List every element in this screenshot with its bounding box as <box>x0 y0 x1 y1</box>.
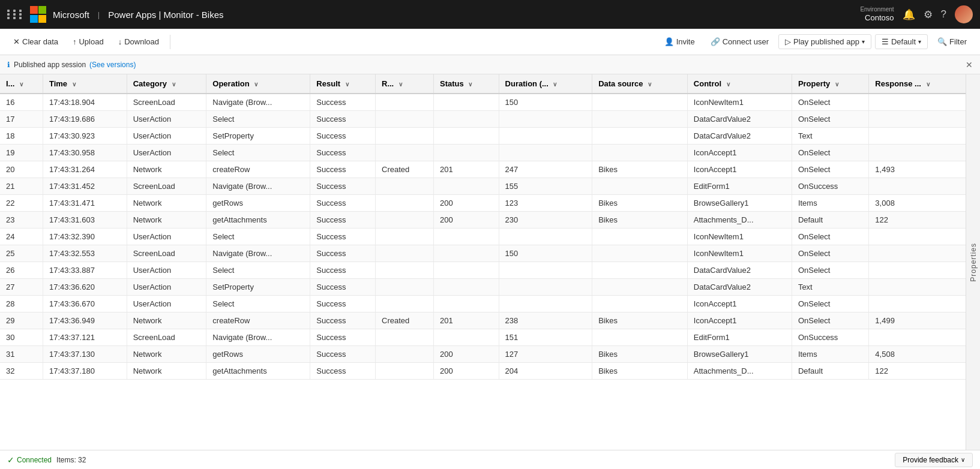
cell-result: Success <box>310 145 376 161</box>
cell-time: 17:43:37.130 <box>43 346 127 363</box>
cell-id: 20 <box>0 161 43 178</box>
clear-data-button[interactable]: ✕ Clear data <box>7 35 64 49</box>
table-row[interactable]: 2017:43:31.264NetworkcreateRowSuccessCre… <box>0 161 966 178</box>
table-row[interactable]: 2717:43:36.620UserActionSetPropertySucce… <box>0 279 966 296</box>
table-row[interactable]: 1817:43:30.923UserActionSetPropertySucce… <box>0 128 966 145</box>
cell-property: OnSelect <box>792 262 868 279</box>
cell-response: 122 <box>869 363 966 380</box>
col-header-r[interactable]: R... ∨ <box>376 74 434 94</box>
table-row[interactable]: 2117:43:31.452ScreenLoadNavigate (Brow..… <box>0 178 966 195</box>
cell-r <box>376 229 434 245</box>
table-row[interactable]: 3017:43:37.121ScreenLoadNavigate (Brow..… <box>0 329 966 346</box>
see-versions-link[interactable]: (See versions) <box>89 61 136 69</box>
col-header-control[interactable]: Control ∨ <box>687 74 792 94</box>
table-row[interactable]: 2517:43:32.553ScreenLoadNavigate (Brow..… <box>0 245 966 262</box>
cell-datasource <box>592 94 688 111</box>
filter-button[interactable]: 🔍 Filter <box>931 35 973 49</box>
cell-control: Attachments_D... <box>687 363 792 380</box>
cell-duration: 238 <box>499 312 592 329</box>
cell-result: Success <box>310 329 376 346</box>
cell-category: UserAction <box>127 111 206 128</box>
cell-duration <box>499 145 592 161</box>
upload-button[interactable]: ↑ Upload <box>67 35 110 49</box>
table-scroll-area[interactable]: I... ∨ Time ∨ Category ∨ Operation ∨ Res… <box>0 74 966 450</box>
cell-id: 24 <box>0 229 43 245</box>
default-lines-icon: ☰ <box>882 37 889 46</box>
table-row[interactable]: 3117:43:37.130NetworkgetRowsSuccess20012… <box>0 346 966 363</box>
cell-operation: getRows <box>206 195 310 212</box>
table-row[interactable]: 2817:43:36.670UserActionSelectSuccessIco… <box>0 296 966 312</box>
table-row[interactable]: 2317:43:31.603NetworkgetAttachmentsSucce… <box>0 212 966 229</box>
cell-datasource <box>592 245 688 262</box>
table-row[interactable]: 1717:43:19.686UserActionSelectSuccessDat… <box>0 111 966 128</box>
col-header-operation[interactable]: Operation ∨ <box>206 74 310 94</box>
invite-button[interactable]: 👤 Invite <box>658 35 701 49</box>
cell-response <box>869 229 966 245</box>
cell-status <box>433 94 499 111</box>
apps-grid-icon[interactable] <box>7 10 24 19</box>
cell-response: 3,008 <box>869 195 966 212</box>
cell-status: 200 <box>433 363 499 380</box>
infobar-close-button[interactable]: ✕ <box>966 60 973 70</box>
title-separator: | <box>98 10 100 19</box>
col-header-time[interactable]: Time ∨ <box>43 74 127 94</box>
table-row[interactable]: 2617:43:33.887UserActionSelectSuccessDat… <box>0 262 966 279</box>
cell-time: 17:43:37.180 <box>43 363 127 380</box>
connect-user-label: Connect user <box>723 37 769 46</box>
settings-icon[interactable]: ⚙ <box>924 8 933 21</box>
connected-icon: ✓ <box>7 455 14 465</box>
cell-id: 30 <box>0 329 43 346</box>
col-header-duration[interactable]: Duration (... ∨ <box>499 74 592 94</box>
app-title: Power Apps | Monitor - Bikes <box>108 10 223 20</box>
avatar[interactable] <box>955 5 973 23</box>
environment-info: Environment Contoso <box>860 6 894 23</box>
cell-id: 31 <box>0 346 43 363</box>
cell-category: ScreenLoad <box>127 245 206 262</box>
cell-time: 17:43:19.686 <box>43 111 127 128</box>
col-header-result[interactable]: Result ∨ <box>310 74 376 94</box>
download-button[interactable]: ↓ Download <box>112 35 165 49</box>
cell-result: Success <box>310 296 376 312</box>
notification-icon[interactable]: 🔔 <box>903 8 915 21</box>
col-header-datasource[interactable]: Data source ∨ <box>592 74 688 94</box>
cell-result: Success <box>310 128 376 145</box>
cell-id: 18 <box>0 128 43 145</box>
cell-result: Success <box>310 161 376 178</box>
feedback-chevron-icon: ∨ <box>961 456 965 463</box>
cell-status <box>433 178 499 195</box>
cell-operation: SetProperty <box>206 279 310 296</box>
properties-panel-toggle[interactable]: Properties <box>966 74 980 450</box>
table-row[interactable]: 1917:43:30.958UserActionSelectSuccessIco… <box>0 145 966 161</box>
table-row[interactable]: 1617:43:18.904ScreenLoadNavigate (Brow..… <box>0 94 966 111</box>
cell-category: Network <box>127 161 206 178</box>
statusbar: ✓ Connected Items: 32 Provide feedback ∨ <box>0 450 980 469</box>
col-header-id[interactable]: I... ∨ <box>0 74 43 94</box>
cell-response <box>869 128 966 145</box>
col-header-response[interactable]: Response ... ∨ <box>869 74 966 94</box>
table-row[interactable]: 2417:43:32.390UserActionSelectSuccessIco… <box>0 229 966 245</box>
col-header-status[interactable]: Status ∨ <box>433 74 499 94</box>
cell-duration: 150 <box>499 245 592 262</box>
cell-status <box>433 145 499 161</box>
table-row[interactable]: 3217:43:37.180NetworkgetAttachmentsSucce… <box>0 363 966 380</box>
cell-datasource <box>592 145 688 161</box>
col-header-category[interactable]: Category ∨ <box>127 74 206 94</box>
cell-r <box>376 178 434 195</box>
default-button[interactable]: ☰ Default ▾ <box>875 34 928 49</box>
play-published-app-button[interactable]: ▷ Play published app ▾ <box>778 34 871 49</box>
clear-icon: ✕ <box>13 37 20 46</box>
cell-operation: getRows <box>206 346 310 363</box>
cell-category: UserAction <box>127 262 206 279</box>
cell-id: 17 <box>0 111 43 128</box>
table-row[interactable]: 2917:43:36.949NetworkcreateRowSuccessCre… <box>0 312 966 329</box>
col-header-property[interactable]: Property ∨ <box>792 74 868 94</box>
table-row[interactable]: 2217:43:31.471NetworkgetRowsSuccess20012… <box>0 195 966 212</box>
cell-r <box>376 329 434 346</box>
cell-r <box>376 245 434 262</box>
help-icon[interactable]: ? <box>941 8 946 20</box>
cell-id: 22 <box>0 195 43 212</box>
cell-property: Default <box>792 363 868 380</box>
cell-control: IconAccept1 <box>687 161 792 178</box>
connect-user-button[interactable]: 🔗 Connect user <box>705 35 775 49</box>
provide-feedback-button[interactable]: Provide feedback ∨ <box>895 453 973 467</box>
